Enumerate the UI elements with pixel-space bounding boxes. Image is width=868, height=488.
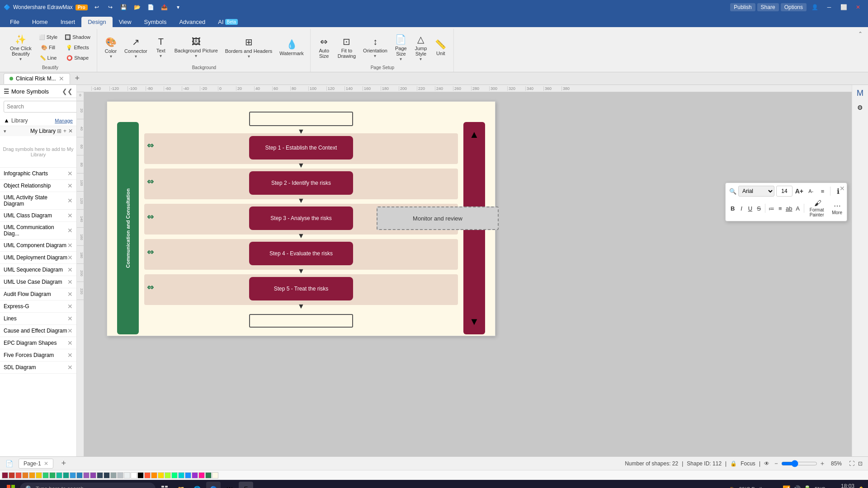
- list-unordered-btn[interactable]: ≡: [777, 203, 783, 214]
- fullscreen-btn[interactable]: ⛶: [849, 460, 854, 467]
- sidebar-item-lines[interactable]: Lines ✕: [0, 313, 76, 325]
- shadow-btn[interactable]: 🔲 Shadow: [62, 33, 93, 42]
- tab-home[interactable]: Home: [26, 17, 54, 27]
- color-swatch-28[interactable]: [185, 472, 191, 479]
- canvas-container[interactable]: -140 -120 -100 -80 -60 -40 -20 0 20 40 6…: [77, 85, 852, 456]
- color-swatch-18[interactable]: [117, 472, 123, 479]
- step2-box[interactable]: Step 2 - Identify the risks: [249, 171, 353, 195]
- italic-btn[interactable]: I: [738, 203, 745, 214]
- text-btn[interactable]: T Text ▾: [152, 35, 170, 60]
- color-swatch-29[interactable]: [192, 472, 198, 479]
- color-swatch-22[interactable]: [144, 472, 151, 479]
- sidebar-item-close[interactable]: ✕: [67, 242, 73, 249]
- bold-btn[interactable]: B: [729, 203, 736, 214]
- color-swatch-30[interactable]: [198, 472, 205, 479]
- bg-headers-btn[interactable]: ⊞ Borders and Headers ▾: [222, 35, 275, 61]
- color-swatch-12[interactable]: [76, 472, 83, 479]
- manage-link[interactable]: Manage: [55, 118, 73, 123]
- sidebar-item-uml-usecase[interactable]: UML Use Case Diagram ✕: [0, 276, 76, 288]
- sidebar-item-five-forces[interactable]: Five Forces Diagram ✕: [0, 349, 76, 361]
- edraw-btn[interactable]: E: [239, 482, 253, 488]
- color-btn[interactable]: 🎨 Color ▾: [102, 35, 120, 61]
- shape-btn[interactable]: ⭕ Shape: [62, 53, 93, 63]
- tab-ai[interactable]: AI Beta: [212, 17, 244, 27]
- color-swatch-4[interactable]: [22, 472, 28, 479]
- taskbar-search[interactable]: 🔍 Type here to search: [20, 483, 156, 488]
- open-btn[interactable]: 📂: [131, 2, 144, 12]
- sidebar-item-close[interactable]: ✕: [67, 266, 73, 273]
- sidebar-item-uml-sequence[interactable]: UML Sequence Diagram ✕: [0, 264, 76, 276]
- align-btn[interactable]: ≡: [818, 186, 828, 197]
- taskview-btn[interactable]: [157, 482, 172, 488]
- sidebar-item-close[interactable]: ✕: [67, 197, 73, 204]
- options-btn[interactable]: Options: [781, 3, 807, 11]
- sidebar-item-uml-deployment[interactable]: UML Deployment Diagram ✕: [0, 252, 76, 264]
- sidebar-item-cause[interactable]: Cause and Effect Diagram ✕: [0, 325, 76, 337]
- color-swatch-25[interactable]: [165, 472, 171, 479]
- fit-to-drawing-btn[interactable]: ⊡ Fit toDrawing: [335, 34, 359, 61]
- minimize-btn[interactable]: ─: [823, 2, 835, 12]
- color-swatch-17[interactable]: [110, 472, 117, 479]
- list-ordered-btn[interactable]: ≔: [768, 203, 775, 214]
- sidebar-item-uml-component[interactable]: UML Component Diagram ✕: [0, 239, 76, 252]
- my-library-header[interactable]: ▾ My Library ⊞ + ✕: [0, 126, 76, 136]
- color-swatch-21[interactable]: [137, 472, 144, 479]
- sidebar-item-express[interactable]: Express-G ✕: [0, 300, 76, 313]
- increase-font-btn[interactable]: A+: [794, 186, 804, 197]
- sidebar-item-close[interactable]: ✕: [67, 212, 73, 219]
- sidebar-item-uml-activity[interactable]: UML Activity State Diagram ✕: [0, 192, 76, 210]
- step1-box[interactable]: Step 1 - Establish the Context: [249, 136, 353, 160]
- redo-btn[interactable]: ↪: [104, 2, 117, 12]
- color-swatch-24[interactable]: [158, 472, 164, 479]
- right-panel-btn1[interactable]: M: [854, 87, 867, 99]
- sidebar-item-close[interactable]: ✕: [67, 352, 73, 359]
- decrease-font-btn[interactable]: A-: [806, 186, 816, 197]
- sidebar-item-close[interactable]: ✕: [67, 364, 73, 371]
- page-tab-close-btn[interactable]: ✕: [44, 460, 48, 467]
- step3-box[interactable]: Step 3 - Analyse the risks: [249, 206, 353, 230]
- color-swatch-8[interactable]: [49, 472, 56, 479]
- toolbar-close-btn[interactable]: ✕: [840, 185, 845, 192]
- new-btn[interactable]: 📄: [145, 2, 157, 12]
- sidebar-item-close[interactable]: ✕: [67, 315, 73, 322]
- tab-design[interactable]: Design: [81, 17, 112, 27]
- sidebar-item-uml-comm[interactable]: UML Communication Diag... ✕: [0, 222, 76, 239]
- color-swatch-6[interactable]: [36, 472, 42, 479]
- publish-btn[interactable]: Publish: [730, 3, 755, 11]
- color-swatch-23[interactable]: [151, 472, 157, 479]
- edge-btn[interactable]: 🌐: [190, 482, 204, 488]
- sidebar-item-infographic[interactable]: Infographic Charts ✕: [0, 168, 76, 180]
- fill-btn[interactable]: 🎨 Fill: [36, 43, 61, 52]
- share-btn[interactable]: Share: [757, 3, 779, 11]
- bg-picture-btn[interactable]: 🖼 Background Picture ▾: [172, 35, 221, 60]
- color-swatch-16[interactable]: [104, 472, 110, 479]
- sidebar-item-close[interactable]: ✕: [67, 278, 73, 286]
- search-input[interactable]: [4, 101, 77, 113]
- color-swatch-26[interactable]: [171, 472, 178, 479]
- close-library-btn[interactable]: ✕: [68, 128, 73, 134]
- more-options-btn[interactable]: ⋯ More: [831, 201, 843, 216]
- more-btn[interactable]: ▾: [172, 2, 184, 12]
- sidebar-item-close[interactable]: ✕: [67, 327, 73, 334]
- right-panel-btn2[interactable]: ⚙: [854, 101, 867, 114]
- import-library-btn[interactable]: +: [63, 128, 66, 134]
- user-avatar[interactable]: 👤: [808, 2, 821, 12]
- color-swatch-5[interactable]: [29, 472, 35, 479]
- color-swatch-13[interactable]: [83, 472, 90, 479]
- font-family-select[interactable]: Arial Times New Roman Calibri: [738, 186, 774, 197]
- step5-box[interactable]: Step 5 - Treat the risks: [249, 277, 353, 300]
- monitor-review-box[interactable]: Monitor and review: [377, 206, 499, 230]
- canvas-body[interactable]: 0 20 40 60 80 100 120 140 160 180 200 22…: [77, 92, 852, 456]
- color-swatch-19[interactable]: [124, 472, 130, 479]
- close-btn[interactable]: ✕: [852, 2, 864, 12]
- sidebar-item-audit[interactable]: Audit Flow Diagram ✕: [0, 288, 76, 300]
- watermark-btn[interactable]: 💧 Watermark: [277, 37, 306, 58]
- text-color-btn[interactable]: A: [794, 203, 801, 214]
- panel-expand-btn[interactable]: ❮❮: [62, 88, 73, 95]
- tab-symbols[interactable]: Symbols: [138, 17, 173, 27]
- auto-size-btn[interactable]: ⇔ AutoSize: [315, 34, 333, 61]
- one-click-beautify-btn[interactable]: ✨ One ClickBeautify ▾: [7, 32, 34, 63]
- color-swatch-7[interactable]: [42, 472, 49, 479]
- undo-btn[interactable]: ↩: [90, 2, 103, 12]
- sidebar-item-close[interactable]: ✕: [67, 303, 73, 310]
